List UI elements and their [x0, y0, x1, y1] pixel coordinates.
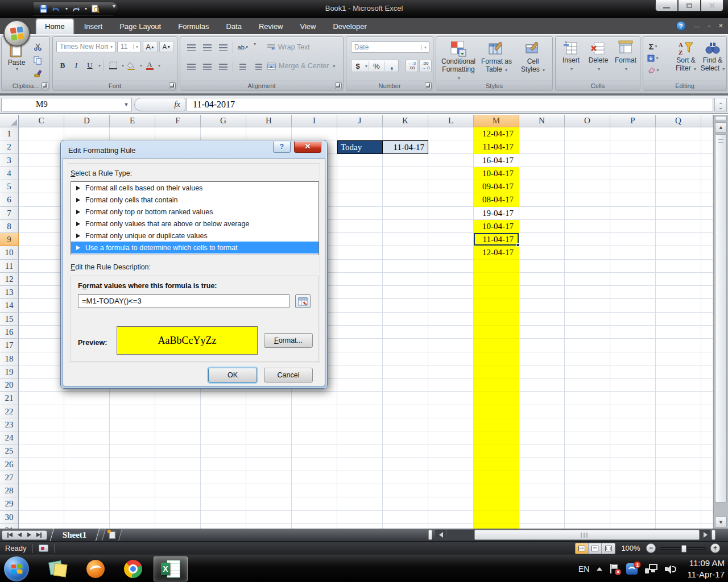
column-header-N[interactable]: N	[519, 115, 565, 127]
cell-H29[interactable]	[246, 497, 292, 510]
cell-O4[interactable]	[565, 167, 610, 180]
italic-button[interactable]: I	[70, 60, 82, 71]
insert-worksheet-button[interactable]	[102, 529, 122, 541]
cell-C4[interactable]	[19, 167, 64, 180]
rule-type-option-1[interactable]: Format all cells based on their values	[71, 182, 318, 194]
cell-M13[interactable]	[474, 286, 519, 299]
align-left-button[interactable]	[185, 61, 197, 72]
column-header-P[interactable]: P	[610, 115, 656, 127]
cell-K11[interactable]	[383, 260, 428, 273]
find-select-button[interactable]: Find &Select ▾	[700, 40, 725, 73]
cell-M5[interactable]: 09-04-17	[474, 180, 519, 193]
cell-G30[interactable]	[201, 511, 246, 524]
cell-E30[interactable]	[110, 511, 155, 524]
cell-J15[interactable]	[337, 313, 383, 326]
cell-Q15[interactable]	[656, 313, 701, 326]
cell-K28[interactable]	[383, 484, 428, 497]
cell-L28[interactable]	[428, 484, 474, 497]
row-header-29[interactable]: 29	[0, 497, 19, 510]
cell-G26[interactable]	[201, 458, 246, 471]
name-box-dropdown[interactable]: ▼	[121, 102, 131, 107]
cell-O17[interactable]	[565, 339, 610, 352]
cell-J28[interactable]	[337, 484, 383, 497]
name-box[interactable]: M9 ▼	[1, 98, 132, 111]
clipboard-dialog-launcher[interactable]	[42, 82, 48, 89]
page-layout-view-button[interactable]	[589, 543, 602, 554]
cell-C20[interactable]	[19, 379, 64, 392]
cell-N6[interactable]	[519, 193, 565, 206]
cell-L23[interactable]	[428, 418, 474, 431]
doc-restore-button[interactable]: ▫	[708, 23, 710, 30]
cell-F26[interactable]	[155, 458, 201, 471]
page-break-view-button[interactable]	[602, 543, 615, 554]
cell-H25[interactable]	[246, 444, 292, 458]
cell-C6[interactable]	[19, 193, 64, 206]
wrap-text-button[interactable]: Wrap Text	[267, 43, 310, 51]
cell-L3[interactable]	[428, 154, 474, 167]
tab-page-layout[interactable]: Page Layout	[111, 19, 169, 34]
cell-G25[interactable]	[201, 444, 246, 458]
cell-C25[interactable]	[19, 444, 64, 458]
cell-C22[interactable]	[19, 405, 64, 418]
row-header-10[interactable]: 10	[0, 246, 19, 259]
increase-indent-button[interactable]	[253, 61, 265, 72]
row-header-13[interactable]: 13	[0, 286, 19, 299]
column-header-D[interactable]: D	[64, 115, 110, 127]
close-button[interactable]: ✕	[701, 0, 723, 11]
cell-K10[interactable]	[383, 246, 428, 259]
cell-C23[interactable]	[19, 418, 64, 431]
sheet-tab-sheet1[interactable]: Sheet1	[50, 529, 100, 541]
cell-P25[interactable]	[610, 444, 656, 458]
action-center-icon[interactable]: ✕	[610, 564, 619, 574]
tab-home[interactable]: Home	[36, 19, 74, 34]
cell-K2[interactable]: 11-04-17	[383, 140, 428, 153]
cell-M23[interactable]	[474, 418, 519, 431]
rule-type-option-3[interactable]: Format only top or bottom ranked values	[71, 206, 318, 218]
cell-Q23[interactable]	[656, 418, 701, 431]
cell-O11[interactable]	[565, 260, 610, 273]
cell-G1[interactable]	[201, 127, 246, 140]
cell-L13[interactable]	[428, 286, 474, 299]
zoom-level[interactable]: 100%	[620, 544, 642, 552]
cell-C10[interactable]	[19, 246, 64, 259]
column-header-G[interactable]: G	[201, 115, 246, 127]
number-dialog-launcher[interactable]	[425, 82, 432, 89]
cell-J18[interactable]	[337, 352, 383, 365]
cell-H21[interactable]	[246, 392, 292, 405]
cell-F31[interactable]	[155, 524, 201, 529]
format-as-table-button[interactable]: Format asTable ▾	[478, 40, 515, 74]
row-header-22[interactable]: 22	[0, 405, 19, 418]
cell-N5[interactable]	[519, 180, 565, 193]
cell-K15[interactable]	[383, 313, 428, 326]
cell-P9[interactable]	[610, 233, 656, 246]
cell-K4[interactable]	[383, 167, 428, 180]
doc-close-button[interactable]: ✕	[718, 22, 723, 30]
cell-Q2[interactable]	[656, 140, 701, 153]
cell-O21[interactable]	[565, 392, 610, 405]
cell-C5[interactable]	[19, 180, 64, 193]
cell-K21[interactable]	[383, 392, 428, 405]
column-header-H[interactable]: H	[246, 115, 292, 127]
cell-J19[interactable]	[337, 365, 383, 379]
cell-K23[interactable]	[383, 418, 428, 431]
cell-C8[interactable]	[19, 220, 64, 233]
row-header-4[interactable]: 4	[0, 167, 19, 180]
cell-P23[interactable]	[610, 418, 656, 431]
cell-P2[interactable]	[610, 140, 656, 153]
cell-J26[interactable]	[337, 458, 383, 471]
cell-O6[interactable]	[565, 193, 610, 206]
cell-I22[interactable]	[292, 405, 337, 418]
cell-J23[interactable]	[337, 418, 383, 431]
cell-P21[interactable]	[610, 392, 656, 405]
cell-G27[interactable]	[201, 471, 246, 484]
cell-P1[interactable]	[610, 127, 656, 140]
cell-E1[interactable]	[110, 127, 155, 140]
borders-button[interactable]	[107, 60, 119, 71]
cell-Q18[interactable]	[656, 352, 701, 365]
cell-O2[interactable]	[565, 140, 610, 153]
cell-C11[interactable]	[19, 260, 64, 273]
cell-L8[interactable]	[428, 220, 474, 233]
taskbar-sticky-notes[interactable]	[41, 556, 75, 581]
cell-N20[interactable]	[519, 379, 565, 392]
accounting-dropdown[interactable]: ▾	[365, 64, 367, 69]
